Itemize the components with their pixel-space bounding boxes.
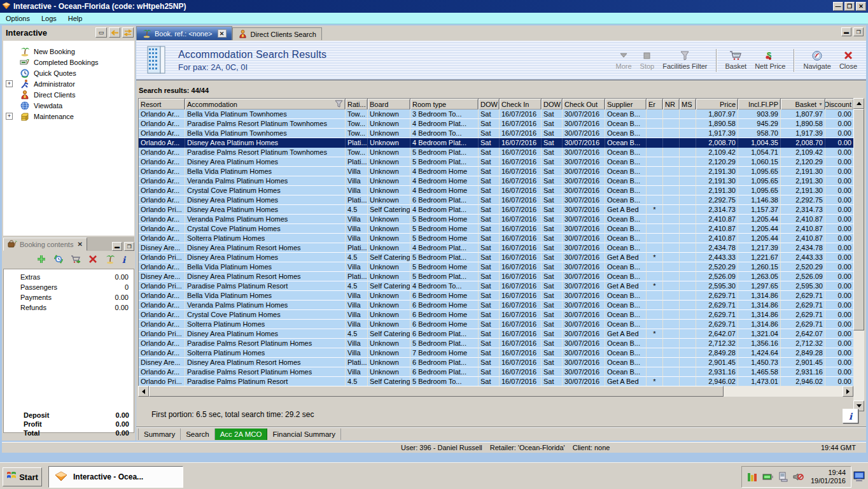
tab-financial-summary[interactable]: Financial Summary (267, 429, 340, 440)
horizontal-scrollbar[interactable] (138, 386, 853, 397)
sidebar-item-maintenance[interactable]: + Maintenance (3, 111, 134, 122)
column-header-incl-fl-pp[interactable]: Incl.Fl.PP (738, 99, 781, 110)
column-header-dow-out[interactable]: DOW (542, 99, 563, 110)
table-row[interactable]: Orlando Ar...Bella Vida Platinum HomesVi… (139, 291, 853, 301)
volume-muted-icon[interactable] (793, 472, 804, 482)
expand-icon[interactable]: + (6, 80, 13, 87)
column-header-rating[interactable]: Rati... (346, 99, 368, 110)
table-row[interactable]: Orlando Ar...Crystal Cove Platinum Homes… (139, 224, 853, 234)
tab-booking-contents[interactable]: Booking contents ✕ (3, 237, 87, 251)
expand-icon[interactable]: + (6, 113, 13, 120)
column-header-room-type[interactable]: Room type (410, 99, 479, 110)
sidebar-item-viewdata[interactable]: Viewdata (3, 100, 134, 111)
close-button[interactable]: ✕ (856, 2, 866, 11)
close-results-button[interactable]: Close (839, 50, 857, 70)
table-row[interactable]: Orlando Ar...Solterra Platinum HomesVill… (139, 234, 853, 243)
table-row[interactable]: Orlando Ar...Disney Area Platinum HomesP… (139, 195, 853, 205)
tab-direct-clients-search[interactable]: Direct Clients Search (232, 27, 322, 40)
table-row[interactable]: Orlando Pri...Disney Area Platinum Homes… (139, 329, 853, 339)
refresh-clock-icon[interactable] (53, 254, 64, 266)
table-row[interactable]: Disney Are...Disney Area Platinum Resort… (139, 358, 853, 367)
table-row[interactable]: Orlando Pri...Disney Area Platinum Homes… (139, 205, 853, 215)
minimize-button[interactable]: — (833, 2, 843, 11)
remote-desktop-icon[interactable] (853, 471, 865, 483)
taskbar-clock[interactable]: 19:44 19/01/2016 (811, 469, 846, 485)
column-header-ms[interactable]: MS (680, 99, 696, 110)
scroll-up-icon[interactable] (853, 98, 864, 109)
tab-search[interactable]: Search (181, 429, 214, 440)
table-row[interactable]: Orlando Ar...Solterra Platinum HomesVill… (139, 320, 853, 329)
table-row[interactable]: Orlando Ar...Veranda Palms Platinum Home… (139, 215, 853, 224)
column-filter-icon[interactable] (335, 100, 343, 109)
vertical-scrollbar[interactable] (853, 98, 864, 411)
table-row[interactable]: Orlando Ar...Veranda Palms Platinum Home… (139, 176, 853, 186)
sidebar-item-completed-bookings[interactable]: Completed Bookings (3, 57, 134, 67)
booking-contents-maximize-button[interactable]: ❒ (124, 242, 134, 251)
table-row[interactable]: Orlando Pri...Paradise Palms Platinum Re… (139, 377, 853, 386)
table-row[interactable]: Orlando Ar...Paradise Palms Resort Plati… (139, 339, 853, 348)
navigate-button[interactable]: Navigate (803, 50, 830, 70)
facilities-filter-button[interactable]: Facilities Filter (662, 50, 707, 70)
sidebar-item-administrator[interactable]: + Administrator (3, 78, 134, 89)
column-header-supplier[interactable]: Supplier (605, 99, 647, 110)
menu-options[interactable]: Options (0, 14, 36, 23)
column-header-price[interactable]: Price (696, 99, 738, 110)
table-row[interactable]: Orlando Ar...Bella Vida Platinum Townhom… (139, 110, 853, 119)
table-row[interactable]: Orlando Ar...Bella Vida Platinum HomesVi… (139, 167, 853, 176)
table-row[interactable]: Disney Are...Disney Area Platinum Resort… (139, 272, 853, 281)
taskbar-task-interactive[interactable]: Interactive - Ocea... (48, 466, 183, 488)
column-header-basket[interactable]: Basket▼ (781, 99, 825, 110)
network-icon[interactable] (778, 472, 788, 482)
scroll-right-icon[interactable] (843, 386, 853, 397)
menu-logs[interactable]: Logs (36, 14, 62, 23)
table-row[interactable]: Orlando Ar...Solterra Platinum HomesVill… (139, 348, 853, 358)
table-row[interactable]: Orlando Ar...Crystal Cove Platinum Homes… (139, 186, 853, 195)
panel-maximize-button[interactable]: ❒ (853, 27, 864, 36)
scroll-left-icon[interactable] (138, 386, 149, 397)
table-row[interactable]: Orlando Ar...Veranda Palms Platinum Home… (139, 301, 853, 310)
sidebar-item-new-booking[interactable]: New Booking (3, 46, 134, 57)
info-icon[interactable]: i (122, 255, 125, 265)
restore-button[interactable]: ❐ (844, 2, 855, 11)
start-button[interactable]: Start (3, 467, 42, 486)
sidebar-item-quick-quotes[interactable]: Quick Quotes (3, 67, 134, 78)
table-row[interactable]: Orlando Ar...Crystal Cove Platinum Homes… (139, 310, 853, 320)
tab-summary[interactable]: Summary (138, 429, 181, 440)
table-row[interactable]: Orlando Pri...Paradise Palms Platinum Re… (139, 281, 853, 291)
tab-booking-ref[interactable]: Book. ref.: <none> ✕ (136, 26, 232, 40)
column-header-er[interactable]: Er (647, 99, 663, 110)
column-header-dow-in[interactable]: DOW (479, 99, 500, 110)
table-row[interactable]: Orlando Ar...Paradise Palms Resort Plati… (139, 119, 853, 129)
panel-minimize-button[interactable]: ▬ (841, 27, 851, 36)
column-header-nr[interactable]: NR (663, 99, 680, 110)
sidebar-item-direct-clients[interactable]: Direct Clients (3, 89, 134, 100)
add-icon[interactable] (36, 254, 46, 266)
basket-add-icon[interactable] (71, 254, 81, 266)
table-row[interactable]: Orlando Ar...Disney Area Platinum HomesP… (139, 138, 853, 148)
table-row[interactable]: Orlando Pri...Disney Area Platinum Homes… (139, 253, 853, 262)
swap-panels-button[interactable] (122, 27, 134, 38)
palm-tree-icon[interactable] (105, 254, 115, 266)
display-adapter-icon[interactable] (762, 472, 774, 481)
info-button[interactable]: i (843, 409, 858, 423)
table-row[interactable]: Orlando Ar...Paradise Palms Resort Plati… (139, 148, 853, 157)
table-row[interactable]: Orlando Ar...Bella Vida Platinum Townhom… (139, 129, 853, 138)
table-row[interactable]: Orlando Ar...Disney Area Platinum HomesP… (139, 157, 853, 167)
column-header-discount[interactable]: Discount (825, 99, 854, 110)
booking-contents-minimize-button[interactable]: ▬ (112, 242, 122, 251)
horizontal-scroll-thumb[interactable] (149, 386, 724, 397)
close-booking-contents-icon[interactable]: ✕ (77, 241, 82, 248)
table-row[interactable]: Disney Are...Disney Area Platinum Resort… (139, 243, 853, 253)
tab-acc-2a-mco[interactable]: Acc 2A MCO (215, 429, 268, 440)
close-tab-icon[interactable]: ✕ (218, 29, 227, 38)
menu-help[interactable]: Help (62, 14, 88, 23)
column-header-check-in[interactable]: Check In (500, 99, 542, 110)
table-row[interactable]: Orlando Ar...Paradise Palms Resort Plati… (139, 367, 853, 377)
vertical-scroll-thumb[interactable] (853, 109, 864, 330)
dock-left-button[interactable] (109, 27, 120, 38)
collapse-panel-button[interactable]: ▭ (95, 27, 107, 38)
basket-button[interactable]: Basket (725, 50, 747, 70)
nett-price-button[interactable]: $ Nett Price (755, 50, 785, 70)
column-header-resort[interactable]: Resort (139, 99, 185, 110)
app-tray-icon[interactable] (747, 472, 758, 483)
